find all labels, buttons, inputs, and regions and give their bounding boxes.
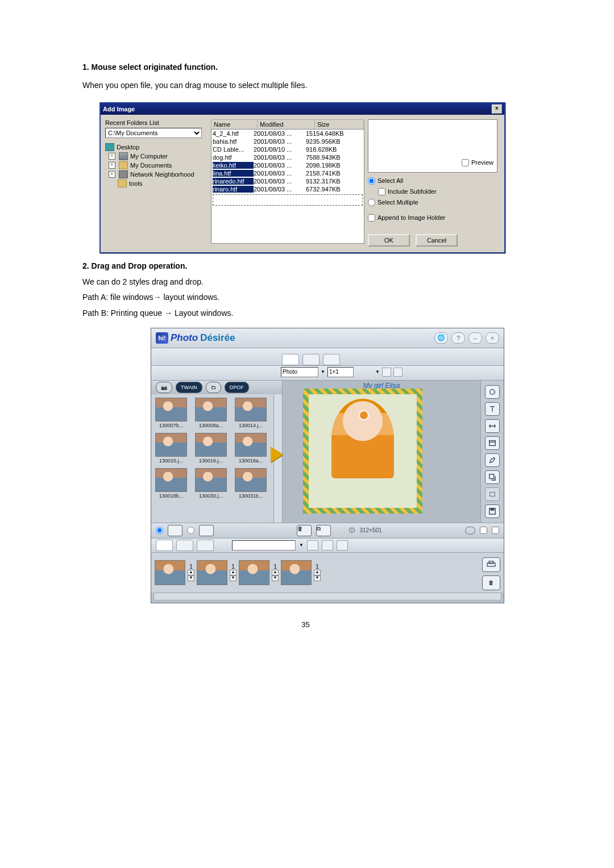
include-subfolder-checkbox[interactable]	[378, 188, 385, 195]
thumb-image[interactable]	[235, 398, 267, 422]
tab-twain[interactable]: TWAIN	[176, 382, 202, 393]
close-icon[interactable]: ×	[492, 105, 502, 114]
thumb-item[interactable]: 130015.j...	[154, 433, 189, 464]
queue-item[interactable]: 1▲▼	[155, 560, 194, 585]
copies-stepper[interactable]: ▲▼	[188, 570, 194, 581]
tree-network[interactable]: Network Neighborhood	[130, 171, 194, 178]
col-name[interactable]: Name	[211, 120, 258, 129]
view-thumb-icon[interactable]	[168, 525, 182, 536]
tab-camera[interactable]: 📷	[156, 382, 172, 393]
expand-icon[interactable]: +	[109, 171, 115, 178]
preview-checkbox[interactable]	[462, 159, 469, 166]
thumb-image[interactable]	[195, 433, 227, 457]
file-name[interactable]: keiko.htf	[213, 162, 254, 169]
view-list-radio[interactable]	[187, 527, 194, 534]
tool-color-icon[interactable]	[485, 385, 500, 399]
append-checkbox[interactable]	[368, 214, 375, 222]
minimize-icon[interactable]: –	[468, 332, 482, 344]
layout-size[interactable]	[327, 367, 354, 377]
tree-tools[interactable]: tools	[129, 180, 142, 187]
mode-select[interactable]	[281, 367, 318, 377]
play-arrow-icon[interactable]	[271, 446, 283, 462]
file-row[interactable]: rinaredo.htf2001/08/03 ...9132.317KB	[211, 177, 364, 185]
layout-canvas[interactable]: My girl Elisa	[283, 381, 480, 523]
thumb-item[interactable]: 130016.j...	[193, 433, 229, 464]
file-row[interactable]: CD Lable...2001/08/10 ...918.628KB	[211, 145, 364, 153]
tool-export-icon[interactable]	[485, 470, 500, 484]
tree-mydocs[interactable]: My Documents	[130, 162, 172, 169]
queue-image[interactable]	[239, 560, 269, 585]
tool-edit-icon[interactable]	[485, 453, 500, 467]
thumb-item[interactable]: 130018a...	[233, 433, 268, 464]
queue-zoom-icon[interactable]	[337, 540, 348, 550]
queue-image[interactable]	[281, 560, 312, 585]
file-name[interactable]: bahia.htf	[213, 138, 254, 145]
folder-tree[interactable]: Desktop +My Computer +My Documents +Netw…	[105, 143, 208, 188]
copies-stepper[interactable]: ▲▼	[314, 570, 321, 581]
thumbnail-grid[interactable]: 130007b...130008a...130014.j...130015.j.…	[151, 394, 273, 523]
file-name[interactable]: CD Lable...	[213, 146, 254, 153]
queue-image[interactable]	[155, 560, 185, 585]
dialog-titlebar[interactable]: Add Image ×	[101, 103, 504, 115]
globe-icon[interactable]: 🌐	[434, 332, 448, 344]
file-row[interactable]: dog.htf2001/08/03 ...7588.943KB	[211, 153, 364, 161]
view-thumb-radio[interactable]	[156, 527, 163, 534]
thumb-item[interactable]: 130030.j...	[193, 468, 229, 499]
thumb-item[interactable]: 130018b...	[154, 468, 189, 499]
duplicate-icon[interactable]: ⧉	[316, 525, 331, 536]
file-name[interactable]: lina.htf	[213, 170, 254, 177]
thumb-image[interactable]	[155, 433, 187, 457]
view-option-1[interactable]	[480, 527, 487, 534]
tool-text-icon[interactable]	[485, 402, 500, 416]
thumb-item[interactable]: 130014.j...	[233, 398, 268, 428]
col-modified[interactable]: Modified	[258, 120, 315, 129]
file-list[interactable]: 4_2_4.htf2001/08/03 ...15154.648KBbahia.…	[211, 129, 364, 244]
col-size[interactable]: Size	[315, 120, 364, 129]
tab-file[interactable]: 🗀	[206, 382, 221, 393]
file-row[interactable]: 4_2_4.htf2001/08/03 ...15154.648KB	[211, 130, 364, 137]
queue-image[interactable]	[197, 560, 227, 585]
queue-view-icon[interactable]	[322, 540, 333, 550]
scrollbar-horizontal[interactable]	[154, 592, 501, 600]
thumb-item[interactable]: 130031b...	[233, 468, 268, 499]
close-icon[interactable]: ×	[486, 332, 499, 344]
thumb-image[interactable]	[235, 433, 267, 457]
file-row[interactable]: lina.htf2001/08/03 ...2158.741KB	[211, 169, 364, 177]
help-icon[interactable]: ?	[451, 332, 465, 344]
eye-icon[interactable]	[465, 527, 475, 535]
print-icon[interactable]	[482, 557, 500, 572]
expand-icon[interactable]: +	[109, 162, 115, 169]
tool-fitwidth-icon[interactable]	[485, 419, 500, 433]
queue-trash-icon[interactable]: 🗑	[482, 575, 500, 590]
tab-single[interactable]	[282, 354, 299, 365]
queue-item[interactable]: 1▲▼	[281, 560, 321, 585]
recent-folders-combo[interactable]: C:\My Documents	[105, 128, 202, 138]
view-list-icon[interactable]	[199, 525, 214, 536]
thumb-image[interactable]	[155, 468, 187, 492]
ok-button[interactable]: OK	[368, 234, 410, 247]
tree-mycomputer[interactable]: My Computer	[130, 153, 168, 160]
queue-rotate-icon[interactable]	[307, 540, 318, 550]
qtab-1[interactable]	[156, 540, 173, 551]
file-row[interactable]: bahia.htf2001/08/03 ...9235.956KB	[211, 137, 364, 145]
thumb-image[interactable]	[195, 468, 227, 492]
tool-save-icon[interactable]	[485, 504, 500, 518]
trash-icon[interactable]: 🗑	[297, 525, 312, 536]
thumb-item[interactable]: 130008a...	[193, 398, 229, 428]
select-multiple-radio[interactable]	[368, 199, 375, 206]
copies-stepper[interactable]: ▲▼	[230, 570, 237, 581]
qtab-3[interactable]	[197, 540, 214, 551]
select-all-radio[interactable]	[368, 177, 375, 185]
view-option-2[interactable]	[492, 527, 499, 534]
queue-item[interactable]: 1▲▼	[197, 560, 237, 585]
qtab-2[interactable]	[176, 540, 193, 551]
queue-item[interactable]: 1▲▼	[239, 560, 279, 585]
queue-dropdown[interactable]	[232, 540, 296, 550]
tool-calendar-icon[interactable]	[485, 436, 500, 450]
thumb-image[interactable]	[195, 398, 227, 422]
thumb-image[interactable]	[155, 398, 187, 422]
expand-icon[interactable]: +	[109, 153, 115, 160]
photo-frame[interactable]	[303, 389, 422, 514]
thumb-image[interactable]	[235, 468, 267, 492]
file-name[interactable]: 4_2_4.htf	[213, 130, 254, 137]
